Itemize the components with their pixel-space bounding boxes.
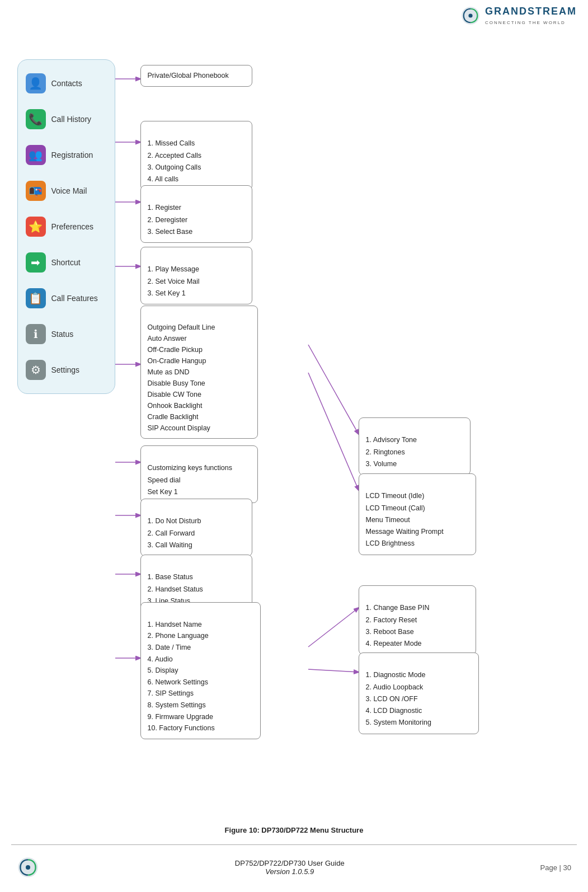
callfeatures-box: 1. Do Not Disturb 2. Call Forward 3. Cal… [140,499,252,556]
svg-line-14 [308,669,359,672]
brand-tagline: CONNECTING THE WORLD [485,20,566,25]
preferences-box-text: Outgoing Default Line Auto Answer Off-Cr… [148,323,215,432]
svg-line-12 [308,373,359,490]
preferences-box: Outgoing Default Line Auto Answer Off-Cr… [140,306,258,439]
settings-label: Settings [51,365,80,374]
factory-box: 1. Diagnostic Mode 2. Audio Loopback 3. … [359,652,479,734]
contacts-label: Contacts [51,79,82,88]
page-number: Page | 30 [540,863,571,872]
registration-box-text: 1. Register 2. Deregister 3. Select Base [148,204,193,236]
voicemail-box-text: 1. Play Message 2. Set Voice Mail 3. Set… [148,265,200,297]
preferences-label: Preferences [51,222,93,231]
display-box-text: LCD Timeout (Idle) LCD Timeout (Call) Me… [366,492,444,547]
audio-box-text: 1. Advisory Tone 2. Ringtones 3. Volume [366,436,417,468]
sidebar-item-voicemail[interactable]: 📭 Voice Mail [18,173,115,209]
svg-line-13 [308,608,359,647]
settings-box: 1. Handset Name 2. Phone Language 3. Dat… [140,602,261,739]
header: GRANDSTREAM CONNECTING THE WORLD [0,0,588,26]
footer-divider [11,844,577,845]
voicemail-icon: 📭 [26,181,46,201]
registration-box: 1. Register 2. Deregister 3. Select Base [140,185,252,243]
callfeatures-icon: 📋 [26,288,46,308]
audio-box: 1. Advisory Tone 2. Ringtones 3. Volume [359,417,471,475]
sidebar-item-shortcut[interactable]: ➡ Shortcut [18,245,115,280]
callhistory-box-text: 1. Missed Calls 2. Accepted Calls 3. Out… [148,139,202,183]
sidebar-item-callfeatures[interactable]: 📋 Call Features [18,280,115,316]
sidebar-item-callhistory[interactable]: 📞 Call History [18,101,115,137]
logo-area: GRANDSTREAM CONNECTING THE WORLD [460,6,577,26]
voicemail-box: 1. Play Message 2. Set Voice Mail 3. Set… [140,247,252,304]
svg-point-1 [468,13,472,17]
callhistory-icon: 📞 [26,109,46,129]
status-label: Status [51,330,74,339]
system-box: 1. Change Base PIN 2. Factory Reset 3. R… [359,585,476,655]
system-box-text: 1. Change Base PIN 2. Factory Reset 3. R… [366,604,430,647]
footer-caption-area: Figure 10: DP730/DP722 Menu Structure [0,826,588,834]
footer-version: Version 1.0.5.9 [235,867,345,876]
voicemail-label: Voice Mail [51,186,87,195]
display-box: LCD Timeout (Idle) LCD Timeout (Call) Me… [359,473,476,555]
diagram-container: 👤 Contacts 📞 Call History 👥 Registration… [12,48,577,820]
sidebar-item-preferences[interactable]: ⭐ Preferences [18,209,115,245]
contacts-box: Private/Global Phonebook [140,65,252,87]
footer-logo-icon [17,856,39,879]
sidebar-item-registration[interactable]: 👥 Registration [18,137,115,173]
settings-box-text: 1. Handset Name 2. Phone Language 3. Dat… [148,621,215,733]
contacts-icon: 👤 [26,73,46,93]
shortcut-icon: ➡ [26,252,46,273]
sidebar-item-contacts[interactable]: 👤 Contacts [18,65,115,101]
factory-box-text: 1. Diagnostic Mode 2. Audio Loopback 3. … [366,671,431,726]
preferences-icon: ⭐ [26,217,46,237]
svg-point-16 [26,865,30,870]
sidebar-item-status[interactable]: ℹ Status [18,316,115,352]
figure-caption: Figure 10: DP730/DP722 Menu Structure [0,826,588,834]
sidebar: 👤 Contacts 📞 Call History 👥 Registration… [17,59,115,394]
brand-name: GRANDSTREAM [485,6,577,17]
footer-text-block: DP752/DP722/DP730 User Guide Version 1.0… [235,859,345,876]
settings-icon: ⚙ [26,360,46,380]
grandstream-logo-icon [460,6,481,26]
registration-icon: 👥 [26,145,46,165]
status-box-text: 1. Base Status 2. Handset Status 3. Line… [148,573,203,605]
svg-line-11 [308,345,359,434]
status-icon: ℹ [26,324,46,344]
callhistory-label: Call History [51,115,92,124]
callfeatures-box-text: 1. Do Not Disturb 2. Call Forward 3. Cal… [148,517,201,549]
footer-title: DP752/DP722/DP730 User Guide [235,859,345,867]
registration-label: Registration [51,151,93,159]
contacts-box-text: Private/Global Phonebook [148,72,229,79]
callfeatures-label: Call Features [51,294,98,303]
callhistory-box: 1. Missed Calls 2. Accepted Calls 3. Out… [140,121,252,190]
shortcut-box-text: Customizing keys functions Speed dial Se… [148,464,232,496]
sidebar-item-settings[interactable]: ⚙ Settings [18,352,115,388]
shortcut-label: Shortcut [51,258,81,267]
logo-text-block: GRANDSTREAM CONNECTING THE WORLD [485,6,577,26]
shortcut-box: Customizing keys functions Speed dial Se… [140,445,258,503]
footer-bottom: DP752/DP722/DP730 User Guide Version 1.0… [0,851,588,884]
